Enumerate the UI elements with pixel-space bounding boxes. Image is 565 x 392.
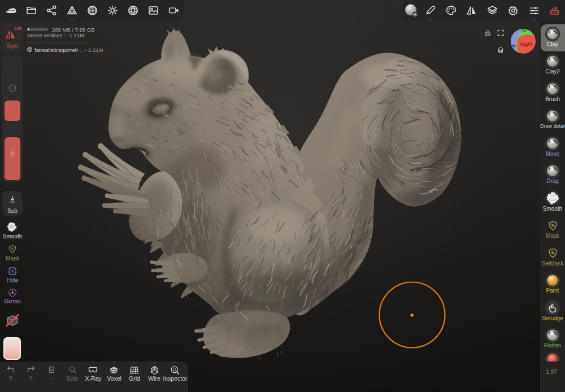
svg-text:Right: Right [520, 41, 533, 47]
